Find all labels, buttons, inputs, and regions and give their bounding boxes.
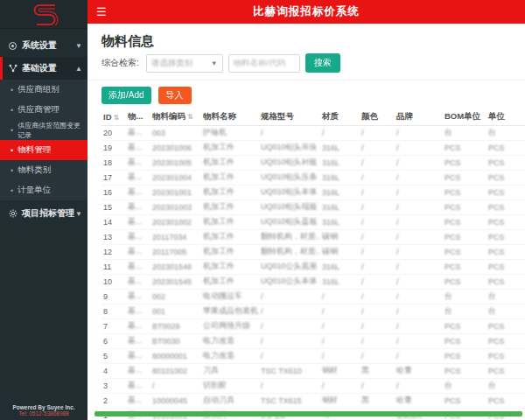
sidebar-item-basic-settings[interactable]: 基础设置 ▲ [0,57,88,80]
table-cell-value: 机加工件 [203,247,234,256]
table-cell-value: 台 [488,128,496,136]
table-cell: PCS [486,259,525,274]
submenu-label: 物料类别 [18,164,51,176]
table-cell: / [259,333,320,348]
table-cell: 哈量 [395,363,443,378]
table-cell: PCS [486,244,525,259]
table-cell-value: PCS [488,188,505,197]
add-button-label: 添加/Add [108,89,144,102]
table-cell: / [360,289,395,304]
table-cell-value: 20117034 [152,233,186,242]
table-cell-value: / [261,307,263,316]
import-button[interactable]: 导入 [158,87,192,104]
sidebar-item-material-management[interactable]: • 物料管理 [0,140,88,160]
table-cell: 7 [102,318,126,333]
table-cell-value: / [361,262,364,271]
table-cell-value: 翻转机构，材质... [261,232,320,241]
column-header: 品牌 [395,108,443,125]
top-header-bar: 比赫询报招标价系统 ☰ [88,0,525,24]
table-cell-value: PCS [444,218,461,227]
sidebar-item-measure-unit[interactable]: • 计量单位 [0,180,88,200]
table-cell-value: 碳钢 [322,247,338,256]
table-cell: / [360,244,395,259]
table-cell-value: 苹果成品包装机 [203,306,258,315]
table-cell-value: / [322,292,325,301]
add-button[interactable]: 添加/Add [102,87,151,104]
table-cell: 机加工件 [201,244,259,259]
column-header-label: ID [103,112,112,122]
table-cell: PCS [486,200,525,214]
table-cell: / [395,229,443,244]
sort-icon[interactable]: ⇅ [114,114,120,122]
sidebar-item-system-settings[interactable]: 系统设置 ▼ [0,34,88,57]
sidebar-item-material-category[interactable]: • 物料类别 [0,160,88,180]
table-cell: 基... [126,244,150,259]
table-cell: / [395,259,443,274]
table-cell: PCS [443,348,486,363]
sort-icon[interactable]: ⇅ [187,113,193,121]
submenu-label: 供应商组别 [18,84,60,95]
table-cell: 台 [486,289,525,304]
sidebar-item-supplier-group[interactable]: • 供应商组别 [0,80,88,100]
table-cell-value: 002 [152,292,165,301]
column-header[interactable]: 物料编码⇅ [150,108,201,125]
sidebar-item-project-bidding[interactable]: 项目招标管理 ▼ [0,202,88,225]
table-cell: PCS [443,274,486,289]
table-cell-value: PCS [488,367,505,375]
hamburger-menu-icon[interactable]: ☰ [88,0,116,24]
table-cell: 19 [102,140,126,155]
tel-text: Tel: 0512-53868988 [0,410,88,416]
table-row: 16基...202301001机加工件UQ010铝头本体316L//PCSPCS [102,185,525,200]
sidebar-item-supplier-scope-change[interactable]: • 供应商供货范围变更记录 [0,120,88,140]
table-cell-value: 机加工件 [203,276,234,285]
search-input[interactable]: 物料名称/代码 [228,54,300,73]
table-cell-value: 基... [128,306,143,315]
table-cell-value: / [361,158,364,167]
table-cell: 80101002 [150,363,201,378]
table-cell-value: / [261,352,263,360]
table-cell: 10000045 [150,393,201,408]
table-cell: 002 [150,289,201,304]
table-cell-value: PCS [488,158,505,167]
sidebar-item-label: 系统设置 [22,39,57,52]
table-cell: / [320,289,360,304]
table-cell-value: / [396,158,399,167]
column-header[interactable]: ID⇅ [102,108,126,125]
table-cell: / [395,214,443,229]
table-cell: 001 [150,304,201,318]
table-cell-value: 电力改造 [203,351,234,360]
table-cell: / [360,155,395,170]
table-cell-value: / [361,292,364,301]
horizontal-scrollbar-thumb[interactable] [94,411,522,416]
table-cell: / [259,318,320,333]
table-cell-value: 202301545 [152,277,192,286]
sidebar-item-supplier-management[interactable]: • 供应商管理 [0,100,88,120]
table-cell: 316L [320,259,360,274]
table-cell: UQ010铝头端板 [259,200,320,214]
table-cell: 机加工件 [201,155,259,170]
table-cell: / [395,185,443,200]
table-cell: BT0029 [150,318,201,333]
logo[interactable] [0,0,88,29]
table-cell: / [395,378,443,393]
table-cell: UQ010公头本体 [259,274,320,289]
table-cell: 12 [102,244,126,259]
table-cell: UQ010铝头吊块 [259,140,320,155]
table-cell-value: / [361,218,364,227]
table-cell: 316L [320,214,360,229]
table-cell-value: / [361,277,364,286]
table-cell: PCS [486,170,525,185]
table-cell-value: 机加工件 [203,143,234,151]
table-cell-value: 基... [128,217,143,226]
table-cell: PCS [486,348,525,363]
table-cell: 机加工件 [201,170,259,185]
table-cell-value: 基... [128,336,143,345]
table-cell-value: UQ010公头本体 [261,276,318,285]
table-cell-value: 316L [322,144,340,152]
table-cell: PCS [486,363,525,378]
table-cell: / [259,348,320,363]
table-cell-value: 316L [322,218,340,227]
category-select[interactable]: 请选择类别 ▼ [146,54,223,73]
table-cell: / [320,378,360,393]
search-button[interactable]: 搜索 [305,53,340,73]
